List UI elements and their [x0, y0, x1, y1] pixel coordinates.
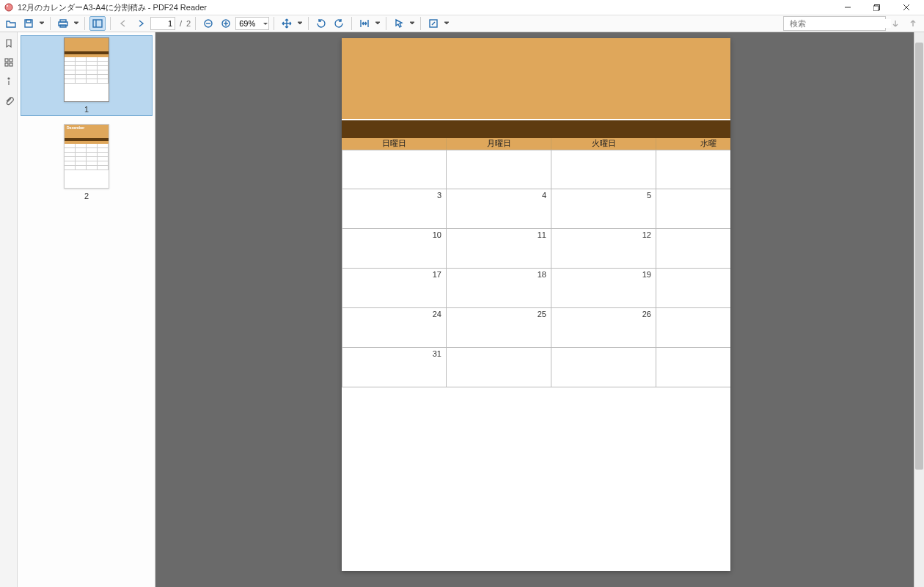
thumbnail-number: 1	[23, 105, 150, 114]
calendar-cell: 10	[342, 229, 447, 269]
calendar-day-header: 日曜日 月曜日 火曜日 水曜	[342, 138, 730, 150]
calendar-title-bar	[342, 120, 730, 138]
app-icon	[3, 1, 15, 13]
day-header-cell: 水曜	[656, 138, 730, 150]
zoom-input[interactable]	[235, 17, 269, 30]
thumb2-title: December	[67, 125, 84, 130]
calendar-cell: 4	[447, 189, 551, 229]
svg-point-28	[8, 78, 10, 79]
calendar-cell: 11	[447, 229, 551, 269]
day-number: 11	[538, 230, 546, 239]
search-box[interactable]	[783, 16, 886, 31]
vertical-scrollbar[interactable]	[914, 32, 924, 587]
svg-rect-4	[873, 6, 879, 11]
thumbnail-2[interactable]: December 2	[21, 122, 153, 203]
prev-page-button[interactable]	[115, 16, 131, 31]
edit-dropdown[interactable]	[443, 21, 450, 26]
calendar-body: 34510111217181924252631	[342, 150, 730, 387]
bookmark-icon[interactable]	[2, 37, 15, 50]
day-number: 4	[542, 191, 546, 200]
pan-button[interactable]	[279, 16, 295, 31]
day-number: 18	[538, 270, 546, 279]
calendar-cell	[656, 150, 730, 189]
pan-dropdown[interactable]	[296, 21, 304, 26]
calendar-cell	[656, 348, 730, 387]
calendar-row: 31	[342, 348, 730, 387]
day-number: 5	[647, 191, 651, 200]
calendar-cell	[656, 269, 730, 308]
svg-rect-12	[93, 20, 102, 27]
search-prev-button[interactable]	[905, 16, 921, 31]
svg-point-1	[7, 5, 8, 7]
calendar-cell	[551, 150, 656, 189]
calendar-cell: 17	[342, 269, 447, 308]
sidebar-toggle-button[interactable]	[89, 16, 106, 31]
day-number: 17	[433, 270, 441, 279]
page-total: 2	[186, 19, 191, 28]
print-button[interactable]	[55, 16, 71, 31]
print-dropdown[interactable]	[73, 21, 80, 26]
svg-rect-26	[5, 63, 8, 66]
day-number: 10	[433, 230, 441, 239]
toolbar: / 2	[0, 15, 924, 32]
calendar-cell: 5	[551, 189, 656, 229]
calendar-cell	[656, 229, 730, 269]
close-button[interactable]	[892, 0, 921, 15]
scrollbar-thumb[interactable]	[915, 43, 923, 470]
info-icon[interactable]	[2, 75, 15, 88]
save-button[interactable]	[21, 16, 37, 31]
fit-width-button[interactable]	[356, 16, 373, 31]
day-header-cell: 火曜日	[551, 138, 656, 150]
calendar-cell	[656, 189, 730, 229]
page-separator: /	[177, 19, 185, 28]
calendar-row: 101112	[342, 229, 730, 269]
calendar-cell	[447, 150, 551, 189]
day-number: 25	[538, 310, 546, 318]
day-header-cell: 月曜日	[447, 138, 551, 150]
calendar-cell: 18	[447, 269, 551, 308]
thumbnail-1[interactable]: 1	[21, 35, 153, 116]
rotate-ccw-button[interactable]	[313, 16, 329, 31]
minimize-button[interactable]	[833, 0, 862, 15]
calendar-cell: 3	[342, 189, 447, 229]
maximize-button[interactable]	[862, 0, 892, 15]
thumbnail-number: 2	[23, 192, 150, 200]
svg-point-0	[5, 4, 12, 11]
select-button[interactable]	[391, 16, 407, 31]
day-number: 3	[437, 191, 441, 200]
svg-rect-8	[26, 20, 31, 23]
calendar-cell: 25	[447, 308, 551, 348]
day-number: 24	[433, 310, 441, 318]
thumbnails-icon[interactable]	[2, 56, 15, 69]
day-number: 31	[433, 349, 441, 358]
titlebar: 12月のカレンダーA3-A4に分割積み - PDF24 Reader	[0, 0, 924, 15]
day-number: 19	[642, 270, 651, 279]
calendar-cell: 19	[551, 269, 656, 308]
calendar-cell	[656, 308, 730, 348]
zoom-in-button[interactable]	[218, 16, 234, 31]
calendar-row: 242526	[342, 308, 730, 348]
calendar-cell: 31	[342, 348, 447, 387]
day-number: 26	[642, 310, 651, 318]
calendar-cell: 26	[551, 308, 656, 348]
open-button[interactable]	[3, 16, 19, 31]
thumbnail-panel: 1 December 2	[18, 32, 155, 587]
search-input[interactable]	[790, 19, 891, 28]
calendar-row: 345	[342, 189, 730, 229]
attachment-icon[interactable]	[2, 94, 15, 107]
select-dropdown[interactable]	[408, 21, 416, 26]
save-dropdown[interactable]	[38, 21, 45, 26]
next-page-button[interactable]	[133, 16, 149, 31]
fit-dropdown[interactable]	[374, 21, 381, 26]
svg-rect-27	[10, 63, 12, 66]
document-viewer[interactable]: 日曜日 月曜日 火曜日 水曜 34510111217181924252631	[155, 32, 924, 587]
calendar-cell	[551, 348, 656, 387]
calendar-row: 171819	[342, 269, 730, 308]
page-number-input[interactable]	[150, 17, 175, 30]
svg-rect-25	[10, 59, 12, 62]
side-icon-bar	[0, 32, 18, 587]
zoom-out-button[interactable]	[200, 16, 216, 31]
calendar-cell: 12	[551, 229, 656, 269]
edit-button[interactable]	[425, 16, 441, 31]
rotate-cw-button[interactable]	[331, 16, 347, 31]
